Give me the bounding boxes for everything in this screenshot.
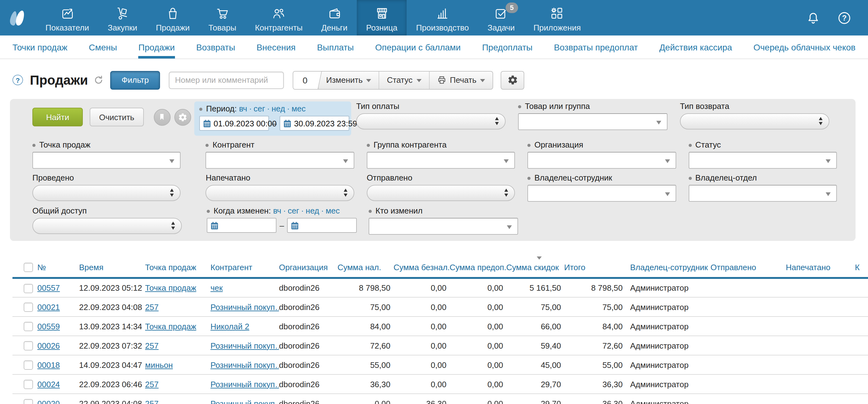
column-header-extra[interactable]: К [850, 255, 868, 278]
status-button[interactable]: Статус [379, 71, 429, 89]
counterparty-link[interactable]: Розничный покуп… [211, 302, 279, 312]
row-checkbox[interactable] [24, 361, 33, 370]
subnav-item-payouts[interactable]: Выплаты [317, 35, 354, 59]
printed-select[interactable] [206, 185, 354, 201]
print-button[interactable]: Печать [429, 71, 493, 89]
modified-from-input[interactable] [207, 218, 276, 233]
period-shortcut-today[interactable]: сег [254, 104, 265, 114]
column-header-counterparty[interactable]: Контрагент [211, 255, 279, 278]
pos-combobox[interactable] [32, 152, 181, 169]
pos-link[interactable]: 257 [145, 302, 158, 312]
column-header-sent[interactable]: Отправлено [706, 255, 781, 278]
counterparty-combobox[interactable] [206, 152, 354, 169]
doc-number-link[interactable]: 00559 [37, 321, 60, 331]
pos-link[interactable]: 257 [145, 341, 158, 350]
modified-shortcut-today[interactable]: сег [288, 206, 299, 216]
counterparty-link[interactable]: Розничный покуп… [211, 399, 279, 404]
column-header-organization[interactable]: Организация [279, 255, 338, 278]
row-checkbox[interactable] [24, 341, 33, 350]
column-header-owner[interactable]: Владелец-сотрудник [626, 255, 706, 278]
row-checkbox[interactable] [24, 399, 33, 404]
subnav-item-points-operations[interactable]: Операции с баллами [375, 35, 461, 59]
row-checkbox[interactable] [24, 322, 33, 331]
doc-number-link[interactable]: 00024 [37, 379, 60, 389]
column-header-cash-sum[interactable]: Сумма нал. [338, 255, 394, 278]
sent-select[interactable] [367, 185, 515, 201]
app-logo-icon[interactable] [0, 0, 36, 35]
doc-number-link[interactable]: 00026 [37, 341, 60, 350]
row-checkbox[interactable] [24, 303, 33, 312]
nav-item-products[interactable]: Товары [199, 0, 245, 35]
subnav-item-cashier-actions[interactable]: Действия кассира [659, 35, 732, 59]
subnav-item-deposits[interactable]: Внесения [256, 35, 296, 59]
doc-number-link[interactable]: 00020 [37, 399, 60, 404]
payment-type-select[interactable] [356, 113, 506, 129]
organization-combobox[interactable] [527, 152, 676, 169]
counterparty-group-combobox[interactable] [367, 152, 515, 169]
column-header-total[interactable]: Итого [564, 255, 626, 278]
modified-shortcut-week[interactable]: нед [306, 206, 319, 216]
period-from-input[interactable]: 01.09.2023 00:00 [199, 116, 269, 131]
column-header-printed[interactable]: Напечатано [781, 255, 850, 278]
nav-item-tasks[interactable]: 5 Задачи [478, 0, 524, 35]
modified-shortcut-yesterday[interactable]: вч [273, 206, 281, 216]
edit-button[interactable]: Изменить [318, 71, 379, 89]
row-checkbox[interactable] [24, 380, 33, 389]
pos-link[interactable]: Точка продаж [145, 321, 196, 331]
period-shortcut-week[interactable]: нед [272, 104, 285, 114]
filter-button[interactable]: Фильтр [111, 71, 160, 89]
nav-item-counterparties[interactable]: Контрагенты [246, 0, 312, 35]
counterparty-link[interactable]: чек [211, 283, 223, 292]
period-shortcut-yesterday[interactable]: вч [239, 104, 247, 114]
modified-to-input[interactable] [287, 218, 357, 233]
nav-item-apps[interactable]: Приложения [524, 0, 590, 35]
notifications-bell-icon[interactable] [806, 10, 821, 25]
search-input[interactable] [169, 71, 284, 89]
doc-number-link[interactable]: 00021 [37, 302, 60, 312]
column-header-prepaid-sum[interactable]: Сумма предоп. [450, 255, 506, 278]
doc-number-link[interactable]: 00557 [37, 283, 60, 292]
return-type-select[interactable] [680, 113, 829, 129]
pos-link[interactable]: 257 [145, 399, 158, 404]
pos-link[interactable]: 257 [145, 379, 158, 389]
modified-by-combobox[interactable] [369, 218, 518, 235]
nav-item-retail[interactable]: Розница [357, 0, 407, 35]
column-header-pos[interactable]: Точка продаж [145, 255, 211, 278]
column-header-cashless-sum[interactable]: Сумма безнал. [394, 255, 450, 278]
select-all-checkbox[interactable] [24, 263, 33, 272]
pos-link[interactable]: миньон [145, 360, 173, 369]
doc-number-link[interactable]: 00018 [37, 360, 60, 369]
column-header-number[interactable]: № [37, 255, 79, 278]
period-shortcut-month[interactable]: мес [291, 104, 305, 114]
find-button[interactable]: Найти [32, 108, 83, 126]
counterparty-link[interactable]: Розничный покуп… [211, 379, 279, 389]
settings-gear-button[interactable] [501, 71, 524, 89]
subnav-item-sales[interactable]: Продажи [138, 35, 175, 59]
nav-item-sales[interactable]: Продажи [147, 0, 199, 35]
pos-link[interactable]: Точка продаж [145, 283, 196, 292]
period-to-input[interactable]: 30.09.2023 23:59 [280, 116, 349, 131]
subnav-item-prepayments[interactable]: Предоплаты [482, 35, 532, 59]
counterparty-link[interactable]: Розничный покуп… [211, 341, 279, 350]
subnav-item-pos[interactable]: Точки продаж [12, 35, 67, 59]
nav-item-purchases[interactable]: Закупки [98, 0, 147, 35]
nav-item-money[interactable]: Деньги [312, 0, 357, 35]
nav-item-production[interactable]: Производство [407, 0, 478, 35]
refresh-icon[interactable] [94, 75, 103, 85]
status-combobox[interactable] [688, 152, 837, 169]
posted-select[interactable] [32, 185, 181, 201]
help-question-icon[interactable]: ? [837, 10, 852, 25]
owner-employee-combobox[interactable] [527, 185, 676, 202]
column-header-discount-sum[interactable]: Сумма скидок [506, 255, 564, 278]
filter-settings-button[interactable] [174, 108, 191, 125]
clear-button[interactable]: Очистить [90, 108, 144, 126]
bookmark-button[interactable] [154, 108, 170, 125]
subnav-item-prepayment-returns[interactable]: Возвраты предоплат [554, 35, 638, 59]
subnav-item-returns[interactable]: Возвраты [196, 35, 235, 59]
modified-shortcut-month[interactable]: мес [326, 206, 340, 216]
counterparty-link[interactable]: Розничный покуп… [211, 360, 279, 369]
subnav-item-shifts[interactable]: Смены [89, 35, 117, 59]
nav-item-indicators[interactable]: Показатели [36, 0, 98, 35]
owner-department-combobox[interactable] [688, 185, 837, 202]
shared-access-select[interactable] [32, 218, 182, 234]
